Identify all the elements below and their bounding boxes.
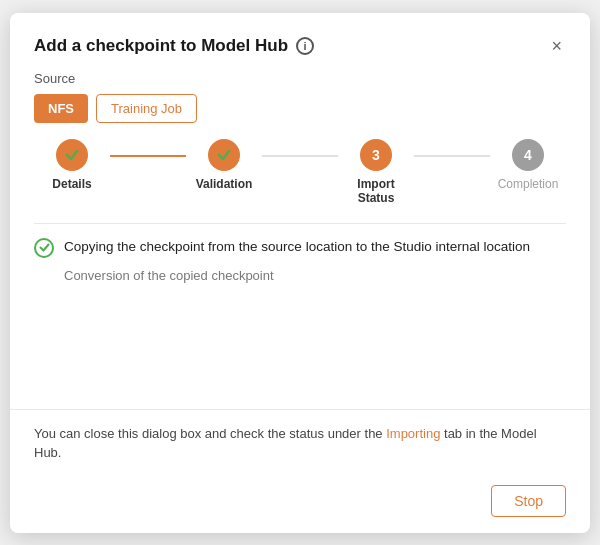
importing-link[interactable]: Importing [386, 426, 440, 441]
connector-3 [414, 155, 490, 157]
footer-actions: Stop [10, 475, 590, 533]
training-job-button[interactable]: Training Job [96, 94, 197, 123]
status-check-icon [34, 238, 54, 258]
step-completion: 4 Completion [490, 139, 566, 191]
step-label-import-status: Import Status [338, 177, 414, 205]
step-circle-completion: 4 [512, 139, 544, 171]
dialog-title: Add a checkpoint to Model Hub [34, 36, 288, 56]
status-main-text: Copying the checkpoint from the source l… [64, 238, 530, 257]
status-area: Copying the checkpoint from the source l… [34, 223, 566, 283]
stop-button[interactable]: Stop [491, 485, 566, 517]
source-buttons: NFS Training Job [34, 94, 566, 123]
stepper: Details Validation 3 Import Status 4 Com… [34, 139, 566, 205]
status-item-main: Copying the checkpoint from the source l… [34, 238, 566, 258]
step-label-details: Details [52, 177, 91, 191]
step-label-validation: Validation [196, 177, 253, 191]
title-row: Add a checkpoint to Model Hub i [34, 36, 314, 56]
dialog: Add a checkpoint to Model Hub i × Source… [10, 13, 590, 533]
connector-2 [262, 155, 338, 157]
footer-info: You can close this dialog box and check … [10, 409, 590, 475]
step-import-status: 3 Import Status [338, 139, 414, 205]
step-validation: Validation [186, 139, 262, 191]
source-section: Source NFS Training Job [34, 71, 566, 123]
footer-text-before: You can close this dialog box and check … [34, 426, 386, 441]
dialog-body: Source NFS Training Job Details Valida [10, 71, 590, 409]
close-icon[interactable]: × [547, 35, 566, 57]
step-circle-validation [208, 139, 240, 171]
step-label-completion: Completion [498, 177, 559, 191]
step-circle-import-status: 3 [360, 139, 392, 171]
nfs-button[interactable]: NFS [34, 94, 88, 123]
step-circle-details [56, 139, 88, 171]
dialog-header: Add a checkpoint to Model Hub i × [10, 13, 590, 71]
connector-1 [110, 155, 186, 157]
step-details: Details [34, 139, 110, 191]
status-sub-text: Conversion of the copied checkpoint [64, 268, 566, 283]
source-label: Source [34, 71, 566, 86]
info-icon[interactable]: i [296, 37, 314, 55]
